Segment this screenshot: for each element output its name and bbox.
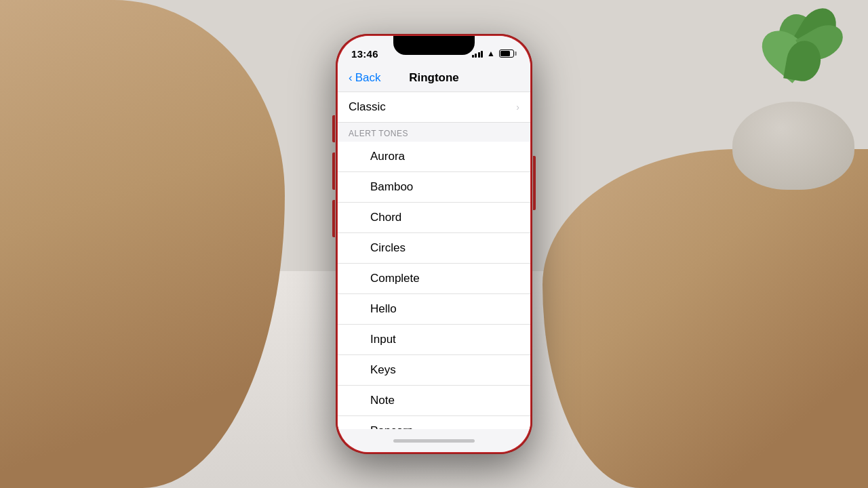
tone-row[interactable]: Bamboo: [338, 172, 530, 203]
volume-up-button[interactable]: [332, 152, 335, 190]
chevron-right-icon: ›: [516, 102, 519, 113]
section-header-text: ALERT TONES: [349, 129, 408, 138]
tone-row[interactable]: Hello: [338, 294, 530, 325]
notch: [393, 36, 475, 55]
back-button[interactable]: ‹ Back: [349, 71, 380, 85]
tone-row[interactable]: Popcorn: [338, 416, 530, 429]
plant-decoration: [692, 0, 868, 190]
tone-name-label: Bamboo: [370, 180, 413, 194]
phone-wrapper: 13:46 ▲: [336, 34, 532, 454]
alert-tones-section-header: ALERT TONES: [338, 123, 530, 142]
tone-row[interactable]: Aurora: [338, 142, 530, 172]
tone-name-label: Circles: [370, 241, 406, 255]
mute-button[interactable]: [332, 115, 335, 142]
status-icons: ▲: [472, 49, 517, 58]
battery-icon: [499, 49, 517, 58]
signal-bar-3: [478, 52, 480, 58]
signal-icon: [472, 49, 484, 58]
tone-row[interactable]: Chord: [338, 203, 530, 233]
tone-row[interactable]: Note: [338, 386, 530, 416]
classic-top-section: Classic ›: [338, 92, 530, 123]
wifi-icon: ▲: [487, 49, 495, 58]
tone-name-label: Popcorn: [370, 424, 413, 429]
back-label: Back: [355, 71, 381, 85]
alert-tones-list: AuroraBambooChordCirclesCompleteHelloInp…: [338, 142, 530, 429]
phone-screen: 13:46 ▲: [338, 36, 530, 452]
navigation-bar: ‹ Back Ringtone: [338, 66, 530, 92]
hand-right: [542, 149, 868, 488]
tone-row[interactable]: Complete: [338, 264, 530, 294]
tone-name-label: Input: [370, 333, 396, 346]
home-indicator: [338, 429, 530, 452]
power-button[interactable]: [533, 156, 536, 210]
volume-down-button[interactable]: [332, 200, 335, 237]
chevron-left-icon: ‹: [349, 71, 353, 85]
scroll-content[interactable]: Classic › ALERT TONES AuroraBambooChordC…: [338, 92, 530, 429]
home-bar: [393, 439, 475, 443]
signal-bar-1: [472, 55, 474, 58]
signal-bar-2: [475, 54, 477, 58]
status-time: 13:46: [351, 48, 378, 60]
page-title: Ringtone: [409, 71, 459, 85]
signal-bar-4: [481, 51, 483, 58]
tone-name-label: Aurora: [370, 150, 405, 163]
phone-device: 13:46 ▲: [336, 34, 532, 454]
tone-name-label: Note: [370, 394, 395, 407]
classic-top-label: Classic: [349, 100, 386, 114]
classic-top-row[interactable]: Classic ›: [338, 92, 530, 123]
tone-name-label: Hello: [370, 302, 397, 316]
tone-name-label: Keys: [370, 363, 396, 377]
tone-name-label: Complete: [370, 272, 420, 285]
tone-row[interactable]: Keys: [338, 355, 530, 386]
tone-name-label: Chord: [370, 211, 401, 224]
tone-row[interactable]: Input: [338, 325, 530, 355]
tone-row[interactable]: Circles: [338, 233, 530, 264]
